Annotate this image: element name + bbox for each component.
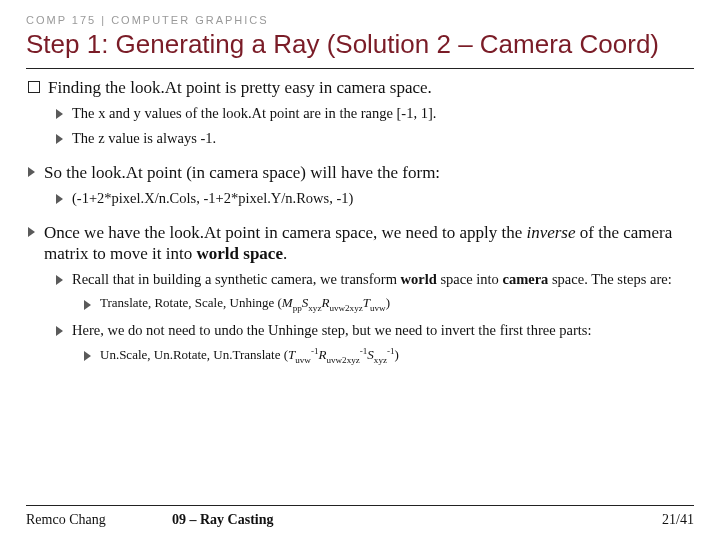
triangle-bullet-icon (28, 227, 35, 237)
text-span: space into (437, 271, 503, 287)
bullet-lvl1: Once we have the look.At point in camera… (26, 222, 694, 265)
bullet-text: Translate, Rotate, Scale, Unhinge (MppSx… (100, 295, 390, 314)
footer-chapter: 09 – Ray Casting (172, 512, 274, 528)
bullet-lvl2: Here, we do not need to undo the Unhinge… (26, 321, 694, 340)
square-bullet-icon (28, 81, 40, 93)
bold-span: camera (502, 271, 548, 287)
text-span: Translate, Rotate, Scale, Unhinge ( (100, 295, 282, 310)
text-span: ) (395, 347, 399, 362)
slide: COMP 175 | COMPUTER GRAPHICS Step 1: Gen… (0, 0, 720, 540)
triangle-bullet-icon (84, 351, 91, 361)
text-span: Recall that in building a synthetic came… (72, 271, 401, 287)
slide-title: Step 1: Generating a Ray (Solution 2 – C… (26, 30, 694, 60)
triangle-bullet-icon (56, 134, 63, 144)
bullet-text: The x and y values of the look.At point … (72, 104, 436, 123)
triangle-bullet-icon (28, 167, 35, 177)
text-span: . (283, 244, 287, 263)
bullet-lvl1: So the look.At point (in camera space) w… (26, 162, 694, 183)
bold-span: world (401, 271, 437, 287)
bullet-text: (-1+2*pixel.X/n.Cols, -1+2*pixel.Y/n.Row… (72, 189, 353, 208)
text-span: space. The steps are: (548, 271, 671, 287)
footer-author: Remco Chang (26, 512, 166, 528)
triangle-bullet-icon (56, 109, 63, 119)
bullet-lvl2: Recall that in building a synthetic came… (26, 270, 694, 289)
bullet-lvl3: Translate, Rotate, Scale, Unhinge (MppSx… (26, 295, 694, 314)
triangle-bullet-icon (56, 194, 63, 204)
italic-span: inverse (526, 223, 575, 242)
bullet-lvl3: Un.Scale, Un.Rotate, Un.Translate (Tuvw-… (26, 346, 694, 367)
slide-body: Finding the look.At point is pretty easy… (26, 77, 694, 366)
math-expr: Tuvw-1Ruvw2xyz-1Sxyz-1 (288, 347, 395, 362)
bullet-text: Finding the look.At point is pretty easy… (48, 77, 432, 98)
bullet-text: So the look.At point (in camera space) w… (44, 162, 440, 183)
bullet-lvl2: The x and y values of the look.At point … (26, 104, 694, 123)
triangle-bullet-icon (84, 300, 91, 310)
bullet-lvl2: The z value is always -1. (26, 129, 694, 148)
bullet-text: Here, we do not need to undo the Unhinge… (72, 321, 591, 340)
bullet-lvl2: (-1+2*pixel.X/n.Cols, -1+2*pixel.Y/n.Row… (26, 189, 694, 208)
bullet-text: Recall that in building a synthetic came… (72, 270, 672, 289)
bold-span: world space (197, 244, 283, 263)
bullet-text: The z value is always -1. (72, 129, 216, 148)
text-span: ) (386, 295, 390, 310)
footer-page-number: 21/41 (662, 512, 694, 528)
text-span: Un.Scale, Un.Rotate, Un.Translate ( (100, 347, 288, 362)
triangle-bullet-icon (56, 275, 63, 285)
text-span: Once we have the look.At point in camera… (44, 223, 526, 242)
footer: Remco Chang 09 – Ray Casting 21/41 (26, 505, 694, 528)
course-tag: COMP 175 | COMPUTER GRAPHICS (26, 14, 694, 26)
bullet-text: Once we have the look.At point in camera… (44, 222, 694, 265)
bullet-lvl1: Finding the look.At point is pretty easy… (26, 77, 694, 98)
math-expr: MppSxyzRuvw2xyzTuvw (282, 295, 386, 310)
bullet-text: Un.Scale, Un.Rotate, Un.Translate (Tuvw-… (100, 346, 399, 367)
title-rule (26, 68, 694, 69)
triangle-bullet-icon (56, 326, 63, 336)
